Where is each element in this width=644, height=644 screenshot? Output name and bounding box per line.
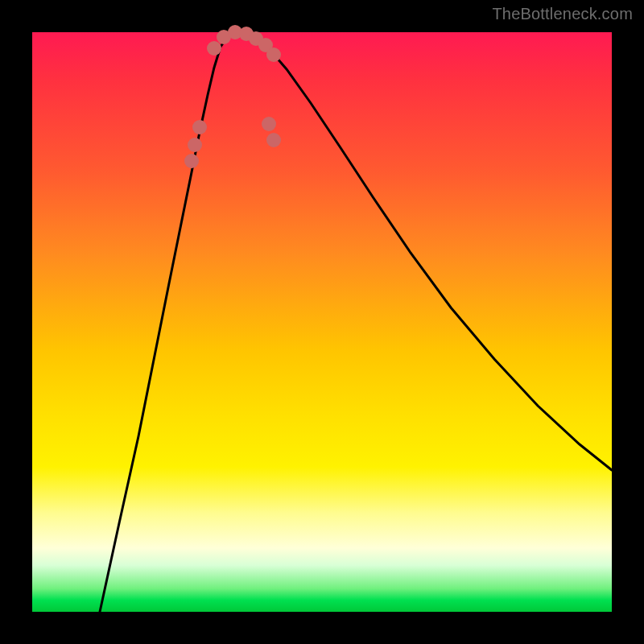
- knee-dot: [188, 138, 202, 152]
- knee-dot: [184, 154, 199, 168]
- knee-dot: [266, 47, 281, 62]
- knee-dot: [207, 41, 221, 56]
- knee-dot: [266, 133, 281, 147]
- chart-frame: TheBottleneck.com: [0, 0, 644, 644]
- bottleneck-curve: [100, 32, 612, 612]
- plot-area: [32, 32, 612, 612]
- watermark-label: TheBottleneck.com: [492, 5, 633, 23]
- knee-dots: [184, 25, 281, 168]
- knee-dot: [192, 120, 207, 134]
- knee-dot: [262, 117, 276, 131]
- curve-layer: [32, 32, 612, 612]
